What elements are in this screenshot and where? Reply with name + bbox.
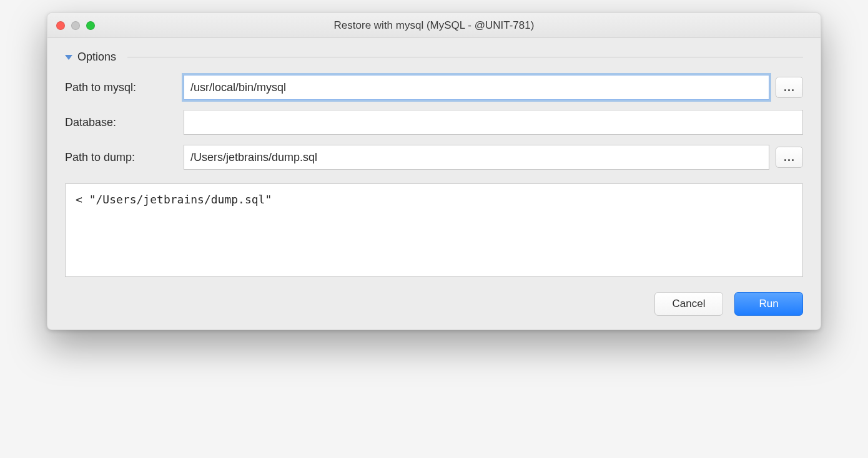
row-path-to-mysql: Path to mysql: ...: [65, 75, 803, 100]
browse-mysql-button[interactable]: ...: [776, 77, 803, 98]
section-divider: [127, 57, 803, 57]
database-input[interactable]: [184, 110, 803, 135]
row-path-to-dump: Path to dump: ...: [65, 145, 803, 170]
zoom-icon[interactable]: [86, 21, 95, 30]
dialog-footer: Cancel Run: [65, 292, 803, 316]
disclosure-triangle-icon[interactable]: [65, 55, 72, 60]
browse-dump-button[interactable]: ...: [776, 147, 803, 168]
row-database: Database:: [65, 110, 803, 135]
dialog-window: Restore with mysql (MySQL - @UNIT-781) O…: [47, 12, 821, 330]
section-label: Options: [77, 51, 116, 64]
window-title: Restore with mysql (MySQL - @UNIT-781): [47, 19, 821, 32]
minimize-icon[interactable]: [71, 21, 80, 30]
section-header[interactable]: Options: [65, 51, 803, 64]
path-to-dump-input[interactable]: [184, 145, 769, 170]
cancel-button[interactable]: Cancel: [654, 292, 723, 316]
database-label: Database:: [65, 116, 177, 129]
run-button[interactable]: Run: [734, 292, 803, 316]
traffic-lights: [47, 21, 95, 30]
path-to-dump-label: Path to dump:: [65, 151, 177, 164]
path-to-mysql-input[interactable]: [184, 75, 769, 100]
titlebar[interactable]: Restore with mysql (MySQL - @UNIT-781): [47, 13, 821, 38]
command-preview: < "/Users/jetbrains/dump.sql": [65, 183, 803, 277]
dialog-content: Options Path to mysql: ... Database: Pat…: [47, 38, 821, 329]
path-to-mysql-label: Path to mysql:: [65, 81, 177, 94]
close-icon[interactable]: [56, 21, 65, 30]
